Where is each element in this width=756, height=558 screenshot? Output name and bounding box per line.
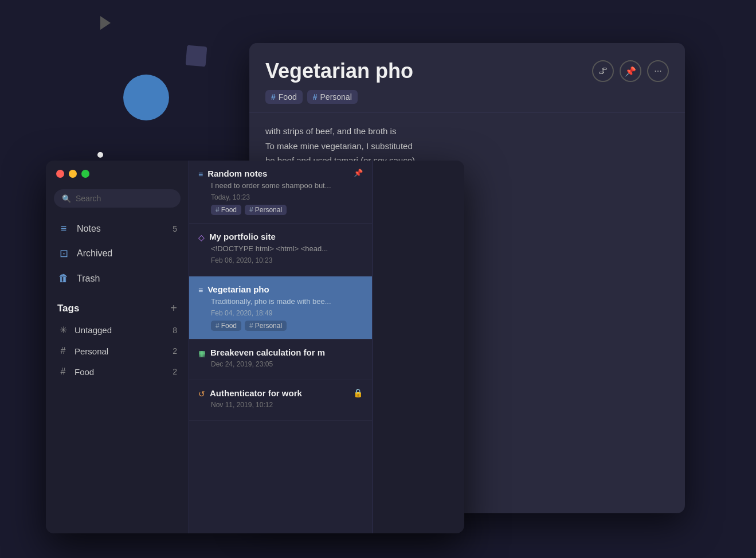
personal-count: 2: [173, 346, 177, 356]
add-tag-button[interactable]: +: [170, 302, 177, 315]
notes-icon: ≡: [57, 223, 70, 235]
note-date-breakeven: Dec 24, 2019, 23:05: [211, 360, 363, 368]
sidebar-item-trash[interactable]: 🗑 Trash: [50, 267, 184, 290]
search-icon: 🔍: [62, 194, 71, 203]
note-date-authenticator: Nov 11, 2019, 10:12: [211, 401, 363, 409]
tag-personal-random: # Personal: [245, 205, 287, 215]
note-date-random: Today, 10:23: [211, 193, 363, 201]
trash-icon: 🗑: [57, 272, 70, 284]
sidebar-nav: ≡ Notes 5 ⊡ Archived 🗑 Trash: [46, 217, 189, 290]
maximize-window-button[interactable]: [81, 170, 89, 178]
note-date-pho: Feb 04, 2020, 18:49: [211, 309, 363, 317]
note-tags-random: # Food # Personal: [211, 205, 363, 215]
note-list-item-breakeven[interactable]: ▦ Breakeven calculation for m Dec 24, 20…: [189, 340, 372, 380]
tag-item-untagged[interactable]: ✳ Untagged 8: [50, 319, 184, 341]
note-viewer-header: Vegetarian pho 🖇 📌 ··· # Food # Perso: [249, 43, 685, 112]
tag-item-food[interactable]: # Food 2: [50, 361, 184, 382]
note-tags-row: # Food # Personal: [265, 90, 669, 104]
tags-title: Tags: [57, 303, 79, 314]
note-icon-authenticator: ↺: [198, 389, 205, 399]
note-title: Vegetarian pho: [265, 59, 413, 83]
tag-food-random: # Food: [211, 205, 241, 215]
notes-label: Notes: [77, 224, 101, 234]
attach-icon: 🖇: [598, 66, 608, 76]
tag-chip-personal[interactable]: # Personal: [307, 90, 358, 104]
pin-button[interactable]: 📌: [620, 60, 641, 82]
note-list-item-vegetarian-pho[interactable]: ≡ Vegetarian pho Traditionally, pho is m…: [189, 276, 372, 340]
tag-chip-food[interactable]: # Food: [265, 90, 303, 104]
archived-icon: ⊡: [57, 247, 70, 260]
pin-icon-random: 📌: [354, 169, 363, 177]
untagged-count: 8: [173, 326, 177, 335]
note-icon-breakeven: ▦: [198, 349, 206, 358]
food-icon: #: [57, 366, 69, 377]
tags-header: Tags +: [50, 299, 184, 319]
lock-icon: 🔒: [353, 388, 363, 397]
note-icon-pho: ≡: [198, 286, 203, 295]
note-preview-pho: Traditionally, pho is made with bee...: [211, 297, 363, 306]
tags-section: Tags + ✳ Untagged 8 # Personal 2 #: [46, 290, 189, 382]
tag-personal-pho: # Personal: [245, 321, 287, 331]
notes-list-panel: ≡ Random notes 📌 I need to order some sh…: [189, 161, 373, 533]
decorative-arrow: [100, 16, 111, 30]
sidebar: 🔍 Search ≡ Notes 5 ⊡ Archived 🗑 T: [46, 161, 189, 533]
untagged-label: Untagged: [75, 325, 112, 335]
food-label: Food: [75, 367, 94, 377]
note-title-breakeven: Breakeven calculation for m: [210, 348, 363, 357]
tag-item-personal[interactable]: # Personal 2: [50, 341, 184, 361]
note-icon-portfolio: ◇: [198, 233, 205, 242]
sidebar-item-notes[interactable]: ≡ Notes 5: [50, 217, 184, 240]
trash-label: Trash: [77, 274, 100, 284]
more-icon: ···: [654, 66, 661, 76]
personal-icon: #: [57, 346, 69, 356]
untagged-icon: ✳: [57, 325, 69, 335]
pin-icon: 📌: [625, 66, 636, 77]
note-title-pho: Vegetarian pho: [207, 284, 363, 294]
notes-badge: 5: [173, 224, 177, 233]
minimize-window-button[interactable]: [69, 170, 77, 178]
note-action-icons: 🖇 📌 ···: [592, 60, 669, 82]
note-date-portfolio: Feb 06, 2020, 10:23: [211, 256, 363, 264]
decorative-dot: [97, 152, 103, 158]
note-title-portfolio: My portfolio site: [209, 232, 363, 241]
note-tags-pho: # Food # Personal: [211, 321, 363, 331]
decorative-circle: [123, 75, 169, 120]
search-placeholder: Search: [76, 194, 101, 203]
note-preview-portfolio: <!DOCTYPE html> <html> <head...: [211, 244, 363, 253]
more-button[interactable]: ···: [647, 60, 669, 82]
app-window: 🔍 Search ≡ Notes 5 ⊡ Archived 🗑 T: [46, 161, 464, 533]
personal-label: Personal: [75, 346, 108, 356]
note-title-row: Vegetarian pho 🖇 📌 ···: [265, 59, 669, 83]
archived-label: Archived: [77, 248, 112, 259]
search-bar[interactable]: 🔍 Search: [54, 189, 181, 208]
note-list-item-random-notes[interactable]: ≡ Random notes 📌 I need to order some sh…: [189, 161, 372, 224]
note-list-item-portfolio[interactable]: ◇ My portfolio site <!DOCTYPE html> <htm…: [189, 224, 372, 276]
close-window-button[interactable]: [56, 170, 64, 178]
note-preview-random: I need to order some shampoo but...: [211, 181, 363, 190]
note-title-authenticator: Authenticator for work: [210, 388, 351, 398]
note-title-random: Random notes: [207, 169, 350, 178]
tag-food-pho: # Food: [211, 321, 241, 331]
sidebar-item-archived[interactable]: ⊡ Archived: [50, 241, 184, 266]
attach-button[interactable]: 🖇: [592, 60, 614, 82]
decorative-square: [186, 45, 207, 67]
window-controls: [46, 161, 189, 185]
food-count: 2: [173, 367, 177, 376]
note-list-item-authenticator[interactable]: ↺ Authenticator for work 🔒 Nov 11, 2019,…: [189, 380, 372, 421]
note-icon-random: ≡: [198, 170, 203, 179]
